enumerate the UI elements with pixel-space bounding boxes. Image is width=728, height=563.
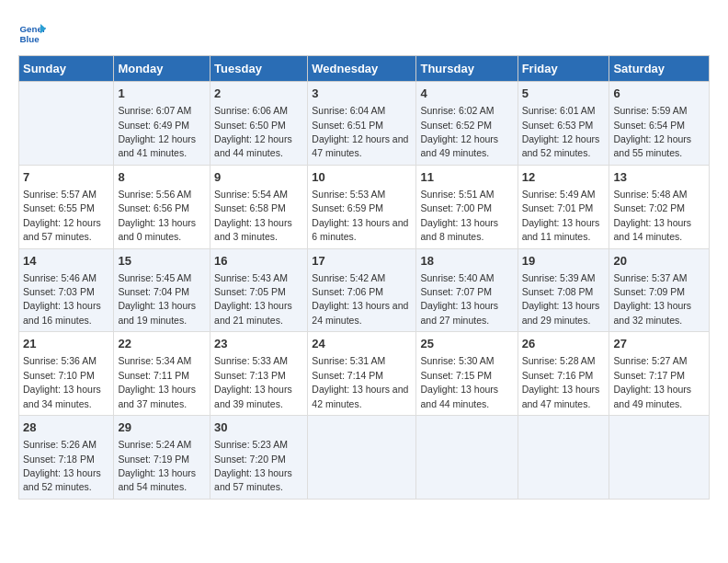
day-info: Sunrise: 5:31 AMSunset: 7:14 PMDaylight:…: [312, 355, 408, 408]
day-info: Sunrise: 5:46 AMSunset: 7:03 PMDaylight:…: [23, 272, 101, 326]
calendar-day-cell: 5 Sunrise: 6:01 AMSunset: 6:53 PMDayligh…: [518, 82, 609, 166]
calendar-header-cell: Friday: [518, 56, 609, 82]
day-info: Sunrise: 5:42 AMSunset: 7:06 PMDaylight:…: [312, 272, 408, 326]
day-info: Sunrise: 5:53 AMSunset: 6:59 PMDaylight:…: [312, 189, 408, 242]
day-info: Sunrise: 5:28 AMSunset: 7:16 PMDaylight:…: [522, 355, 600, 408]
calendar-day-cell: 1 Sunrise: 6:07 AMSunset: 6:49 PMDayligh…: [114, 82, 210, 166]
day-number: 14: [23, 253, 109, 270]
day-number: 12: [522, 169, 606, 186]
day-number: 19: [522, 253, 606, 270]
day-info: Sunrise: 5:37 AMSunset: 7:09 PMDaylight:…: [613, 272, 691, 326]
calendar-week-row: 14 Sunrise: 5:46 AMSunset: 7:03 PMDaylig…: [19, 248, 710, 332]
day-info: Sunrise: 5:49 AMSunset: 7:01 PMDaylight:…: [522, 189, 600, 242]
day-info: Sunrise: 6:04 AMSunset: 6:51 PMDaylight:…: [312, 105, 408, 158]
calendar-header-cell: Tuesday: [210, 56, 308, 82]
day-info: Sunrise: 5:26 AMSunset: 7:18 PMDaylight:…: [23, 439, 101, 492]
day-number: 2: [214, 86, 303, 102]
day-number: 4: [420, 86, 513, 102]
day-info: Sunrise: 6:02 AMSunset: 6:52 PMDaylight:…: [420, 105, 498, 158]
day-info: Sunrise: 5:54 AMSunset: 6:58 PMDaylight:…: [214, 189, 292, 242]
calendar-week-row: 1 Sunrise: 6:07 AMSunset: 6:49 PMDayligh…: [19, 82, 710, 166]
logo: General Blue: [18, 18, 50, 46]
day-number: 29: [118, 419, 206, 436]
day-number: 16: [214, 253, 303, 270]
svg-text:Blue: Blue: [20, 34, 40, 44]
calendar-day-cell: 11 Sunrise: 5:51 AMSunset: 7:00 PMDaylig…: [416, 165, 518, 248]
day-info: Sunrise: 5:33 AMSunset: 7:13 PMDaylight:…: [214, 355, 292, 408]
day-info: Sunrise: 5:45 AMSunset: 7:04 PMDaylight:…: [118, 272, 196, 326]
day-info: Sunrise: 5:57 AMSunset: 6:55 PMDaylight:…: [23, 189, 101, 242]
calendar-day-cell: 25 Sunrise: 5:30 AMSunset: 7:15 PMDaylig…: [416, 332, 518, 416]
day-info: Sunrise: 5:27 AMSunset: 7:17 PMDaylight:…: [613, 355, 691, 408]
calendar-week-row: 7 Sunrise: 5:57 AMSunset: 6:55 PMDayligh…: [19, 165, 710, 248]
calendar-day-cell: [308, 416, 416, 500]
day-number: 8: [118, 169, 206, 186]
day-number: 30: [214, 419, 303, 436]
calendar-day-cell: 10 Sunrise: 5:53 AMSunset: 6:59 PMDaylig…: [308, 165, 416, 248]
calendar-header-cell: Wednesday: [308, 56, 416, 82]
day-number: 20: [613, 253, 705, 270]
day-number: 6: [613, 86, 705, 102]
day-number: 15: [118, 253, 206, 270]
calendar-day-cell: 6 Sunrise: 5:59 AMSunset: 6:54 PMDayligh…: [609, 82, 710, 166]
calendar-day-cell: [416, 416, 518, 500]
day-number: 11: [420, 169, 513, 186]
calendar-week-row: 21 Sunrise: 5:36 AMSunset: 7:10 PMDaylig…: [19, 332, 710, 416]
calendar-header-cell: Thursday: [416, 56, 518, 82]
day-number: 26: [522, 336, 606, 352]
day-info: Sunrise: 5:40 AMSunset: 7:07 PMDaylight:…: [420, 272, 498, 326]
calendar-day-cell: 28 Sunrise: 5:26 AMSunset: 7:18 PMDaylig…: [19, 416, 114, 500]
day-number: 18: [420, 253, 513, 270]
calendar-day-cell: 17 Sunrise: 5:42 AMSunset: 7:06 PMDaylig…: [308, 248, 416, 332]
calendar-day-cell: 30 Sunrise: 5:23 AMSunset: 7:20 PMDaylig…: [210, 416, 308, 500]
calendar-day-cell: 3 Sunrise: 6:04 AMSunset: 6:51 PMDayligh…: [308, 82, 416, 166]
calendar-week-row: 28 Sunrise: 5:26 AMSunset: 7:18 PMDaylig…: [19, 416, 710, 500]
calendar-body: 1 Sunrise: 6:07 AMSunset: 6:49 PMDayligh…: [19, 82, 710, 500]
calendar-day-cell: 8 Sunrise: 5:56 AMSunset: 6:56 PMDayligh…: [114, 165, 210, 248]
day-info: Sunrise: 5:24 AMSunset: 7:19 PMDaylight:…: [118, 439, 196, 492]
day-number: 21: [23, 336, 109, 352]
calendar-header-cell: Saturday: [609, 56, 710, 82]
day-info: Sunrise: 5:51 AMSunset: 7:00 PMDaylight:…: [420, 189, 498, 242]
day-info: Sunrise: 5:43 AMSunset: 7:05 PMDaylight:…: [214, 272, 292, 326]
day-info: Sunrise: 5:48 AMSunset: 7:02 PMDaylight:…: [613, 189, 691, 242]
day-info: Sunrise: 5:34 AMSunset: 7:11 PMDaylight:…: [118, 355, 196, 408]
calendar-day-cell: 20 Sunrise: 5:37 AMSunset: 7:09 PMDaylig…: [609, 248, 710, 332]
day-info: Sunrise: 6:01 AMSunset: 6:53 PMDaylight:…: [522, 105, 600, 158]
day-number: 24: [312, 336, 412, 352]
calendar-header-row: SundayMondayTuesdayWednesdayThursdayFrid…: [19, 56, 710, 82]
logo-icon: General Blue: [18, 18, 46, 46]
day-number: 5: [522, 86, 606, 102]
day-number: 17: [312, 253, 412, 270]
calendar-day-cell: [518, 416, 609, 500]
day-info: Sunrise: 5:39 AMSunset: 7:08 PMDaylight:…: [522, 272, 600, 326]
day-number: 13: [613, 169, 705, 186]
day-info: Sunrise: 6:06 AMSunset: 6:50 PMDaylight:…: [214, 105, 292, 158]
calendar-header-cell: Monday: [114, 56, 210, 82]
day-number: 27: [613, 336, 705, 352]
calendar-table: SundayMondayTuesdayWednesdayThursdayFrid…: [18, 55, 710, 500]
day-number: 22: [118, 336, 206, 352]
calendar-day-cell: 16 Sunrise: 5:43 AMSunset: 7:05 PMDaylig…: [210, 248, 308, 332]
calendar-day-cell: 23 Sunrise: 5:33 AMSunset: 7:13 PMDaylig…: [210, 332, 308, 416]
calendar-day-cell: 24 Sunrise: 5:31 AMSunset: 7:14 PMDaylig…: [308, 332, 416, 416]
calendar-day-cell: 18 Sunrise: 5:40 AMSunset: 7:07 PMDaylig…: [416, 248, 518, 332]
day-number: 9: [214, 169, 303, 186]
day-info: Sunrise: 5:30 AMSunset: 7:15 PMDaylight:…: [420, 355, 498, 408]
day-info: Sunrise: 5:56 AMSunset: 6:56 PMDaylight:…: [118, 189, 196, 242]
day-number: 25: [420, 336, 513, 352]
calendar-day-cell: 27 Sunrise: 5:27 AMSunset: 7:17 PMDaylig…: [609, 332, 710, 416]
day-number: 3: [312, 86, 412, 102]
calendar-day-cell: 7 Sunrise: 5:57 AMSunset: 6:55 PMDayligh…: [19, 165, 114, 248]
day-number: 1: [118, 86, 206, 102]
header: General Blue: [18, 18, 710, 46]
calendar-day-cell: [609, 416, 710, 500]
day-number: 28: [23, 419, 109, 436]
day-info: Sunrise: 5:59 AMSunset: 6:54 PMDaylight:…: [613, 105, 691, 158]
calendar-day-cell: 15 Sunrise: 5:45 AMSunset: 7:04 PMDaylig…: [114, 248, 210, 332]
calendar-day-cell: 26 Sunrise: 5:28 AMSunset: 7:16 PMDaylig…: [518, 332, 609, 416]
calendar-day-cell: 13 Sunrise: 5:48 AMSunset: 7:02 PMDaylig…: [609, 165, 710, 248]
day-info: Sunrise: 6:07 AMSunset: 6:49 PMDaylight:…: [118, 105, 196, 158]
day-number: 10: [312, 169, 412, 186]
calendar-day-cell: 19 Sunrise: 5:39 AMSunset: 7:08 PMDaylig…: [518, 248, 609, 332]
